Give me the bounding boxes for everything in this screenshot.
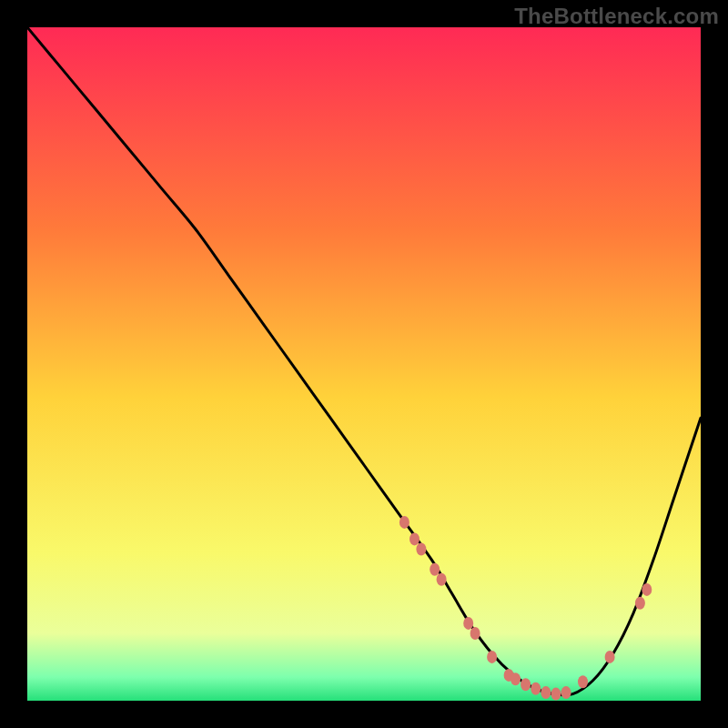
data-marker [430,563,440,576]
data-marker [511,672,521,685]
data-marker [578,675,588,688]
data-marker [642,583,652,596]
plot-area [27,27,701,701]
data-marker [531,682,541,695]
chart-frame: TheBottleneck.com [0,0,728,728]
data-marker [561,686,571,699]
watermark-text: TheBottleneck.com [514,4,719,29]
data-marker [487,651,497,663]
data-marker [410,532,420,545]
data-marker [605,651,615,663]
data-marker [399,516,410,529]
data-marker [437,573,447,586]
chart-svg [27,27,701,701]
gradient-background [27,27,701,701]
data-marker [470,627,480,640]
data-marker [521,678,531,691]
data-marker [463,617,473,630]
data-marker [541,686,551,699]
data-marker [416,543,426,556]
data-marker [635,597,645,610]
data-marker [551,688,561,701]
